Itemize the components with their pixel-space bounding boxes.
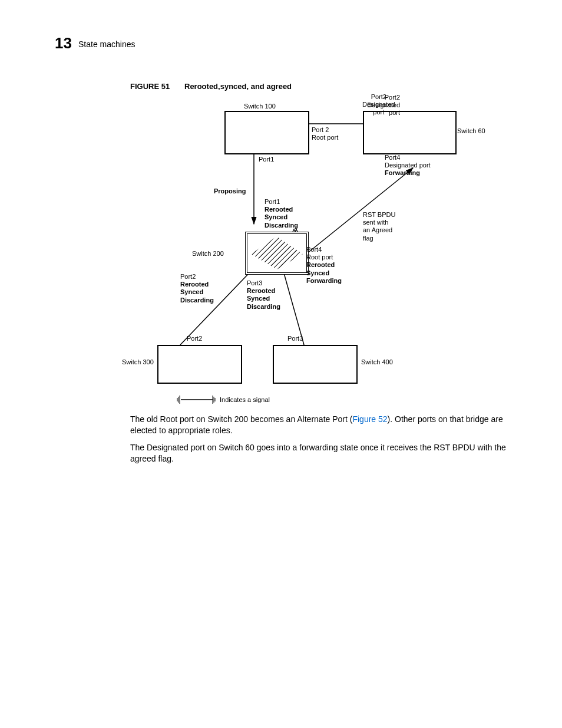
port4-desig-fwd-label: Port4Designated portForwarding: [385, 154, 431, 177]
paragraph-1: The old Root port on Switch 200 becomes …: [130, 414, 531, 436]
figure-label: FIGURE 51: [130, 82, 170, 91]
figure-title: Rerooted,synced, and agreed: [184, 82, 292, 91]
switch300-box: [157, 345, 242, 384]
switch100-box: [224, 111, 309, 154]
switch100-label: Switch 100: [244, 103, 276, 110]
port2-rerooted-label: Port2RerootedSyncedDiscarding: [180, 273, 214, 304]
port4-root-label: Port4Root portRerootedSyncedForwarding: [306, 246, 342, 285]
port3-rerooted-label: Port3RerootedSyncedDiscarding: [247, 279, 280, 311]
switch60-box: [363, 111, 457, 154]
switch200-box: [245, 232, 309, 275]
port1-rerooted-label: Port1RerootedSyncedDiscarding: [265, 198, 298, 229]
page: 13 State machines FIGURE 51 Rerooted,syn…: [0, 0, 562, 728]
paragraph-2: The Designated port on Switch 60 goes in…: [130, 442, 531, 465]
figure-52-link[interactable]: Figure 52: [352, 414, 387, 424]
svg-line-4: [307, 168, 413, 253]
svg-line-8: [283, 271, 304, 345]
port3-bottom-label: Port3: [287, 335, 303, 342]
port2-bottom-label: Port2: [187, 335, 202, 342]
svg-marker-12: [251, 236, 303, 269]
proposing-label: Proposing: [214, 187, 246, 195]
switch400-label: Switch 400: [361, 358, 393, 366]
chapter-title: State machines: [78, 39, 135, 49]
switch300-label: Switch 300: [122, 358, 154, 366]
chapter-number: 13: [55, 34, 72, 52]
port2-designated-text: Port2Designatedport: [362, 93, 395, 117]
switch60-label: Switch 60: [457, 127, 485, 135]
switch200-label: Switch 200: [192, 250, 224, 258]
rst-bpdu-label: RST BPDUsent withan Agreedflag: [363, 211, 395, 242]
switch400-box: [273, 345, 358, 384]
diagram: Switch 100 Switch 60 Port2Designatedport…: [130, 94, 543, 407]
port1-top-label: Port1: [259, 156, 274, 163]
legend-text: Indicates a signal: [220, 396, 270, 404]
port2-root-label: Port 2Root port: [312, 126, 338, 141]
